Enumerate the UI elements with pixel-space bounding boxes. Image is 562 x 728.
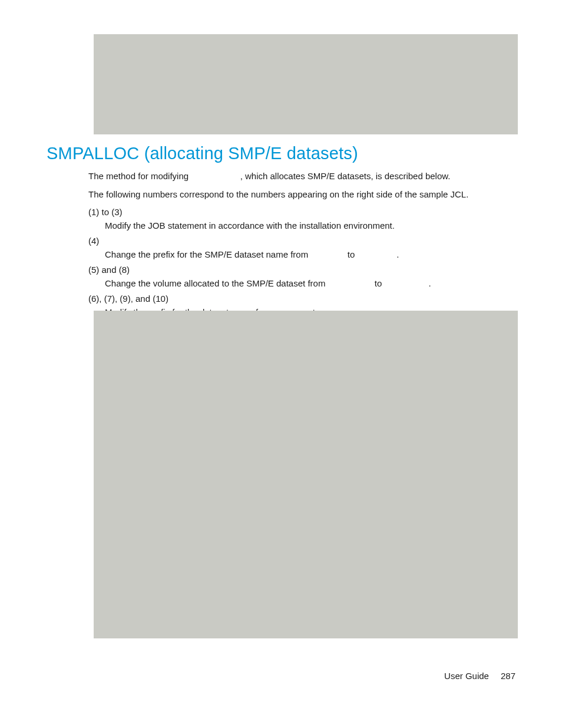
blank-gap	[328, 278, 372, 288]
list-desc-2: Change the prefix for the SMP/E dataset …	[88, 248, 518, 262]
page-footer: User Guide287	[444, 671, 515, 681]
text: Change the volume allocated to the SMP/E…	[105, 278, 328, 288]
figure-placeholder-top	[94, 34, 518, 134]
text: , which allocates SMP/E datasets, is des…	[240, 171, 451, 181]
text: to	[372, 278, 385, 288]
intro-paragraph-2: The following numbers correspond to the …	[88, 188, 518, 202]
text: The method for modifying	[88, 171, 191, 181]
blank-gap	[358, 249, 397, 259]
list-label-3: (5) and (8)	[88, 263, 518, 277]
text: to	[345, 249, 358, 259]
page-number: 287	[501, 671, 515, 681]
list-label-1: (1) to (3)	[88, 206, 518, 219]
content-block: The method for modifying , which allocat…	[88, 170, 518, 320]
blank-gap	[310, 249, 345, 259]
blank-gap	[191, 171, 240, 181]
blank-gap	[384, 278, 428, 288]
list-desc-1: Modify the JOB statement in accordance w…	[88, 219, 518, 233]
intro-paragraph-1: The method for modifying , which allocat…	[88, 170, 518, 183]
figure-placeholder-bottom	[94, 311, 518, 638]
footer-label: User Guide	[444, 671, 489, 681]
list-label-2: (4)	[88, 235, 518, 248]
text: .	[396, 249, 399, 259]
section-heading: SMPALLOC (allocating SMP/E datasets)	[47, 144, 358, 163]
list-desc-3: Change the volume allocated to the SMP/E…	[88, 277, 518, 291]
text: Change the prefix for the SMP/E dataset …	[105, 249, 310, 259]
list-label-4: (6), (7), (9), and (10)	[88, 292, 518, 306]
text: .	[428, 278, 431, 288]
